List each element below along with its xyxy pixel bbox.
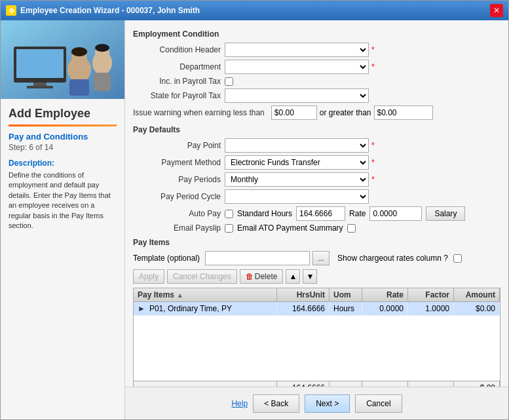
- warning-label: Issue warning when earning less than: [133, 108, 269, 117]
- warning-row: Issue warning when earning less than or …: [133, 105, 500, 120]
- auto-pay-row: Auto Pay Standard Hours Rate Salary: [133, 206, 500, 221]
- pay-items-header: Pay Items: [133, 238, 500, 247]
- cell-factor: 1.0000: [408, 302, 454, 315]
- pay-periods-label: Pay Periods: [133, 175, 225, 184]
- condition-header-select[interactable]: [225, 43, 369, 57]
- payment-method-row: Payment Method Electronic Funds Transfer…: [133, 155, 500, 170]
- next-button[interactable]: Next >: [305, 394, 350, 413]
- email-ato-label: Email ATO Payment Summary: [237, 223, 343, 233]
- condition-header-label: Condition Header: [133, 45, 225, 54]
- grid-header: Pay Items ▲ HrsUnit Uom Rate Factor Amou…: [134, 288, 500, 302]
- state-payroll-row: State for Payroll Tax: [133, 88, 500, 103]
- row-indicator: ►: [138, 304, 145, 313]
- email-ato-checkbox[interactable]: [347, 224, 356, 233]
- apply-label: Apply: [139, 272, 159, 281]
- footer-amount: $.00: [454, 381, 500, 387]
- footer-hrs-unit: 164.6666: [277, 381, 330, 387]
- pay-periods-required: *: [371, 175, 375, 184]
- warning-min-input[interactable]: [271, 105, 317, 120]
- col-amount: Amount: [454, 288, 500, 301]
- department-label: Department: [133, 62, 225, 71]
- grid-body: ► P01, Ordinary Time, PY 164.6666 Hours …: [134, 302, 500, 381]
- pay-periods-select[interactable]: Monthly: [225, 172, 369, 187]
- svg-rect-6: [69, 79, 89, 96]
- rate-input[interactable]: [369, 206, 422, 221]
- main-window: ⚙ Employee Creation Wizard - 000037, Joh…: [0, 0, 509, 420]
- svg-rect-10: [94, 73, 111, 91]
- state-payroll-select[interactable]: [225, 88, 369, 103]
- delete-button[interactable]: 🗑 Delete: [240, 269, 284, 284]
- footer-factor: [408, 381, 454, 387]
- template-input[interactable]: [205, 251, 310, 265]
- payroll-tax-label: Inc. in Payroll Tax: [133, 77, 225, 86]
- pay-conditions-label: Pay and Conditions: [9, 132, 117, 142]
- close-button[interactable]: ✕: [490, 4, 503, 17]
- employment-condition-header: Employment Condition: [133, 29, 500, 39]
- col-hrs-unit: HrsUnit: [277, 288, 330, 301]
- email-payslip-row: Email Payslip Email ATO Payment Summary: [133, 223, 500, 233]
- warning-max-input[interactable]: [374, 105, 433, 120]
- cancel-button[interactable]: Cancel: [355, 394, 402, 413]
- chargeout-label: Show chargeout rates column ?: [337, 254, 448, 263]
- description-title: Description:: [9, 159, 117, 168]
- pay-point-row: Pay Point *: [133, 138, 500, 153]
- add-employee-title: Add Employee: [9, 107, 117, 121]
- chargeout-checkbox[interactable]: [453, 254, 462, 263]
- svg-rect-2: [16, 49, 64, 78]
- cancel-changes-button[interactable]: Cancel Changes: [167, 269, 237, 284]
- cell-hrs-unit: 164.6666: [277, 302, 330, 315]
- template-label: Template (optional): [133, 254, 200, 263]
- pay-point-select[interactable]: [225, 138, 369, 153]
- back-button[interactable]: < Back: [253, 394, 299, 413]
- cell-pay-item: ► P01, Ordinary Time, PY: [134, 302, 277, 315]
- window-title: Employee Creation Wizard - 000037, John …: [20, 6, 200, 15]
- form-area: Employment Condition Condition Header * …: [125, 20, 508, 387]
- move-down-button[interactable]: ▼: [303, 269, 317, 284]
- payment-method-select[interactable]: Electronic Funds Transfer: [225, 155, 369, 170]
- pay-period-cycle-label: Pay Period Cycle: [133, 192, 225, 201]
- cell-uom: Hours: [330, 302, 362, 315]
- main-content: Add Employee Pay and Conditions Step: 6 …: [1, 20, 508, 419]
- section-divider: [9, 124, 117, 126]
- department-required: *: [371, 62, 375, 71]
- move-up-button[interactable]: ▲: [286, 269, 300, 284]
- apply-button[interactable]: Apply: [133, 269, 164, 284]
- email-payslip-checkbox[interactable]: [225, 224, 233, 233]
- title-bar-left: ⚙ Employee Creation Wizard - 000037, Joh…: [6, 5, 200, 16]
- svg-point-12: [95, 44, 109, 52]
- delete-icon: 🗑: [246, 272, 254, 281]
- condition-header-row: Condition Header *: [133, 43, 500, 57]
- col-pay-items: Pay Items ▲: [134, 288, 277, 301]
- salary-button[interactable]: Salary: [426, 206, 465, 221]
- pay-defaults-header: Pay Defaults: [133, 125, 500, 134]
- payment-method-label: Payment Method: [133, 158, 225, 167]
- col-rate: Rate: [362, 288, 408, 301]
- table-row[interactable]: ► P01, Ordinary Time, PY 164.6666 Hours …: [134, 302, 500, 316]
- email-group: Email ATO Payment Summary: [225, 223, 356, 233]
- description-text: Define the conditions of employment and …: [9, 170, 117, 231]
- pay-items-toolbar: Apply Cancel Changes 🗑 Delete ▲ ▼: [133, 268, 500, 285]
- title-bar: ⚙ Employee Creation Wizard - 000037, Joh…: [1, 1, 508, 20]
- bottom-bar: Help < Back Next > Cancel: [125, 387, 508, 419]
- pay-period-cycle-select[interactable]: [225, 189, 369, 204]
- auto-pay-checkbox[interactable]: [225, 210, 233, 218]
- left-info: Add Employee Pay and Conditions Step: 6 …: [1, 99, 124, 239]
- left-panel: Add Employee Pay and Conditions Step: 6 …: [1, 20, 125, 419]
- pay-point-label: Pay Point: [133, 141, 225, 150]
- department-select[interactable]: [225, 60, 369, 74]
- col-uom: Uom: [330, 288, 362, 301]
- standard-hours-input[interactable]: [296, 206, 345, 221]
- rate-label: Rate: [349, 209, 366, 218]
- payroll-tax-checkbox[interactable]: [225, 77, 233, 86]
- cell-amount: $0.00: [454, 302, 500, 315]
- help-button[interactable]: Help: [231, 399, 248, 408]
- employee-photo: [1, 20, 124, 99]
- browse-button[interactable]: ...: [312, 251, 330, 265]
- svg-point-8: [71, 47, 87, 56]
- state-payroll-label: State for Payroll Tax: [133, 91, 225, 100]
- grid-footer: 164.6666 $.00: [134, 381, 500, 387]
- right-panel: Employment Condition Condition Header * …: [125, 20, 508, 419]
- pay-point-required: *: [371, 141, 375, 150]
- sort-icon: ▲: [177, 292, 183, 299]
- step-info: Step: 6 of 14: [9, 143, 117, 152]
